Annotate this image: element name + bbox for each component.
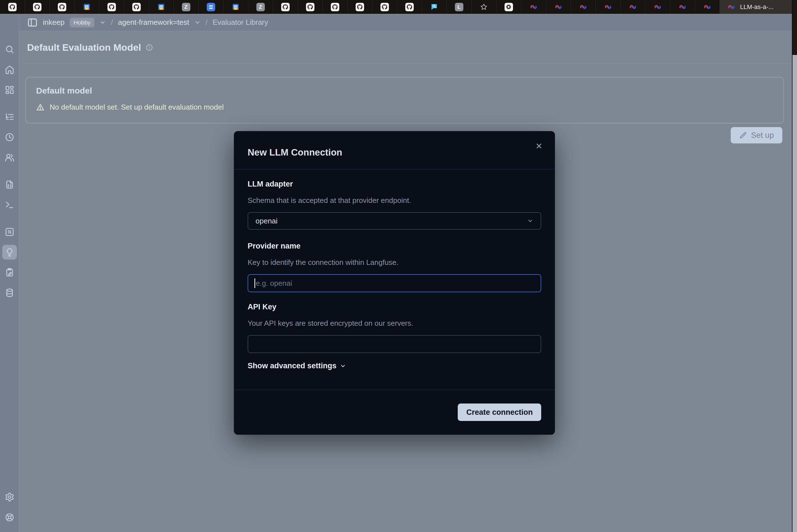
provider-name-description: Key to identify the connection within La… xyxy=(248,258,541,267)
browser-tab-gcal[interactable]: 31 xyxy=(74,0,99,14)
star-icon xyxy=(480,3,488,11)
pinned-tabs: 3131Z31ZL xyxy=(0,0,720,14)
browser-tab-active[interactable]: LLM-as-a-... xyxy=(720,0,793,14)
users-icon xyxy=(5,153,14,162)
sidebar-item-settings[interactable] xyxy=(2,491,17,503)
provider-name-label: Provider name xyxy=(248,242,541,250)
sidebar-item-datasets[interactable] xyxy=(2,287,17,299)
github-icon xyxy=(357,4,363,10)
browser-tab-chat-search[interactable] xyxy=(422,0,447,14)
browser-tab-star[interactable] xyxy=(472,0,496,14)
background-window-edge xyxy=(792,0,797,532)
sidebar-item-dashboard[interactable] xyxy=(2,84,17,96)
langfuse-icon xyxy=(703,3,711,11)
info-icon[interactable] xyxy=(146,44,153,51)
sidebar-toggle-icon[interactable] xyxy=(27,17,38,28)
langfuse-icon xyxy=(727,3,735,11)
page-header: Default Evaluation Model xyxy=(19,31,792,64)
browser-tab-langfuse[interactable] xyxy=(546,0,571,14)
browser-tab-langfuse[interactable] xyxy=(571,0,596,14)
browser-tab-github[interactable] xyxy=(50,0,74,14)
provider-name-input[interactable]: e.g. openai xyxy=(248,274,541,292)
llm-adapter-description: Schema that is accepted at that provider… xyxy=(248,196,541,205)
sidebar-item-scores[interactable] xyxy=(2,226,17,238)
browser-tab-gcal[interactable]: 31 xyxy=(149,0,174,14)
browser-tab-langfuse[interactable] xyxy=(645,0,670,14)
llm-adapter-label: LLM adapter xyxy=(248,179,541,189)
browser-tab-zed[interactable]: Z xyxy=(248,0,273,14)
browser-tab-zed[interactable]: Z xyxy=(174,0,199,14)
show-advanced-settings-toggle[interactable]: Show advanced settings xyxy=(248,362,541,370)
browser-tab-l-app[interactable]: L xyxy=(447,0,472,14)
browser-tab-github[interactable] xyxy=(372,0,397,14)
set-up-button[interactable]: Set up xyxy=(731,127,782,144)
google-calendar-icon: 31 xyxy=(83,3,91,11)
file-json-icon xyxy=(5,180,14,189)
lightbulb-icon xyxy=(5,247,14,257)
browser-tab-bar: 3131Z31ZL LLM-as-a-... xyxy=(0,0,793,14)
modal-title: New LLM Connection xyxy=(248,147,541,158)
active-tab-label: LLM-as-a-... xyxy=(740,3,774,11)
warning-icon xyxy=(36,103,44,112)
api-key-input[interactable] xyxy=(248,335,541,353)
svg-text:31: 31 xyxy=(160,5,163,8)
breadcrumb-org[interactable]: inkeep xyxy=(43,18,65,27)
github-icon xyxy=(282,4,289,10)
sidebar-item-prompts[interactable] xyxy=(2,179,17,190)
browser-tab-openai[interactable] xyxy=(496,0,521,14)
search-icon xyxy=(5,44,14,54)
terminal-icon xyxy=(5,200,14,210)
github-icon xyxy=(133,4,140,10)
background-window-edge-dark xyxy=(793,0,797,55)
sidebar-item-home[interactable] xyxy=(2,64,17,75)
browser-tab-github[interactable] xyxy=(323,0,347,14)
browser-tab-langfuse[interactable] xyxy=(521,0,546,14)
text-cursor xyxy=(254,279,255,288)
langfuse-icon xyxy=(678,3,686,11)
chevron-down-icon[interactable] xyxy=(99,19,106,26)
chevron-down-icon[interactable] xyxy=(194,19,200,26)
breadcrumb-project[interactable]: agent-framework=test xyxy=(118,18,189,27)
browser-tab-github[interactable] xyxy=(347,0,372,14)
github-icon xyxy=(9,4,16,10)
llm-adapter-select[interactable]: openai xyxy=(248,212,541,230)
github-icon xyxy=(59,4,65,10)
create-connection-button[interactable]: Create connection xyxy=(458,403,541,421)
sidebar-item-support[interactable] xyxy=(2,512,17,523)
home-icon xyxy=(5,65,14,74)
browser-tab-github[interactable] xyxy=(124,0,149,14)
breadcrumb-separator: / xyxy=(205,18,207,27)
browser-tab-docs[interactable] xyxy=(199,0,223,14)
browser-tab-langfuse[interactable] xyxy=(695,0,720,14)
browser-tab-github[interactable] xyxy=(298,0,323,14)
browser-tab-github[interactable] xyxy=(99,0,124,14)
l-app-icon: L xyxy=(455,3,464,11)
browser-tab-github[interactable] xyxy=(273,0,298,14)
sidebar-item-sessions[interactable] xyxy=(2,132,17,143)
browser-tab-langfuse[interactable] xyxy=(596,0,620,14)
sidebar-item-evaluators[interactable] xyxy=(2,245,17,260)
google-calendar-icon: 31 xyxy=(232,3,239,11)
api-key-description: Your API keys are stored encrypted on ou… xyxy=(248,319,541,328)
browser-tab-langfuse[interactable] xyxy=(670,0,695,14)
browser-tab-langfuse[interactable] xyxy=(620,0,645,14)
sidebar-item-annotation[interactable] xyxy=(2,267,17,278)
gear-icon xyxy=(5,492,14,502)
github-icon xyxy=(381,4,388,10)
percent-square-icon xyxy=(5,227,14,237)
sidebar-item-playground[interactable] xyxy=(2,199,17,210)
breadcrumb: inkeep Hobby / agent-framework=test / Ev… xyxy=(19,14,792,31)
list-tree-icon xyxy=(5,112,14,122)
browser-tab-github[interactable] xyxy=(25,0,50,14)
active-tab-favicon xyxy=(727,3,736,11)
sidebar-item-search[interactable] xyxy=(2,44,17,55)
github-icon xyxy=(108,4,115,10)
sidebar-item-users[interactable] xyxy=(2,152,17,163)
browser-tab-github[interactable] xyxy=(397,0,422,14)
sidebar-item-tracing[interactable] xyxy=(2,111,17,122)
docs-icon xyxy=(207,3,215,11)
google-calendar-icon: 31 xyxy=(157,3,165,11)
close-icon[interactable]: ✕ xyxy=(533,140,545,152)
browser-tab-gcal[interactable]: 31 xyxy=(223,0,248,14)
browser-tab-github[interactable] xyxy=(0,0,25,14)
